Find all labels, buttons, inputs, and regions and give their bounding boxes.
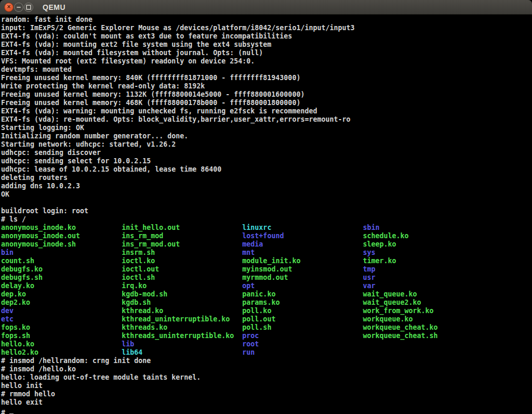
terminal-line: EXT4-fs (vda): couldn't mount as ext3 du… <box>1 32 532 41</box>
terminal-line: debugfs.ko ioctl.out myinsmod.out tmp <box>1 265 532 274</box>
minimize-button[interactable] <box>14 3 23 12</box>
text-segment: deleting routers <box>1 174 68 182</box>
text-segment: Starting logging: OK <box>1 124 84 132</box>
text-segment: ioctl.sh <box>122 274 242 281</box>
terminal-line: # insmod /hello.ko <box>1 365 532 373</box>
text-segment: anonymous_inode.out <box>1 232 122 240</box>
text-segment: workqueue_cheat.ko <box>363 324 438 331</box>
text-segment: EXT4-fs (vda): re-mounted. Opts: block_v… <box>1 115 350 123</box>
text-segment: random: fast init done <box>1 16 92 23</box>
terminal-line: Initializing random number generator... … <box>1 132 532 140</box>
terminal-line: # insmod /hellrandom: crng init done <box>1 357 532 365</box>
terminal-line: EXT4-fs (vda): mounted filesystem withou… <box>1 49 532 57</box>
text-segment: mnt <box>242 249 363 256</box>
text-segment: Freeing unused kernel memory: 468K (ffff… <box>1 99 300 107</box>
text-segment: ioctl.out <box>122 265 242 273</box>
terminal-line: fops.sh kthreads_uninterruptible.ko proc… <box>1 332 532 340</box>
text-segment: workqueue.ko <box>363 315 413 323</box>
text-segment: hello exit <box>1 398 43 406</box>
text-segment: anonymous_inode.sh <box>1 240 122 248</box>
text-segment: # rmmod hello <box>1 390 55 398</box>
terminal-cursor <box>9 407 14 414</box>
terminal-line: count.sh ioctl.ko module_init.ko timer.k… <box>1 257 532 265</box>
text-segment: kgdb-mod.sh <box>122 290 242 298</box>
terminal-line: etc kthread_uninterruptible.ko poll.out … <box>1 315 532 324</box>
text-segment: fops.sh <box>1 332 122 340</box>
terminal-line: bin insrm.sh mnt sys <box>1 249 532 257</box>
terminal-line: hello.ko lib root <box>1 340 532 348</box>
terminal-line: dep.ko kgdb-mod.sh panic.ko wait_queue.k… <box>1 290 532 299</box>
terminal-line: # rmmod hello <box>1 390 532 398</box>
text-segment: var <box>363 282 376 290</box>
text-segment: debugfs.ko <box>1 265 122 273</box>
text-segment: etc <box>1 315 122 323</box>
text-segment: insrm.sh <box>122 249 242 256</box>
text-segment: anonymous_inode.ko <box>1 224 122 231</box>
terminal-line: EXT4-fs (vda): warning: mounting uncheck… <box>1 107 532 115</box>
terminal-line: # <box>1 407 532 414</box>
text-segment: poll.out <box>242 315 363 323</box>
terminal-line: hello: loading out-of-tree module taints… <box>1 373 532 382</box>
text-segment: udhcpc: sending select for 10.0.2.15 <box>1 157 151 165</box>
text-segment: hello.ko <box>1 340 122 348</box>
terminal-line: adding dns 10.0.2.3 <box>1 182 532 190</box>
text-segment: kthread_uninterruptible.ko <box>122 315 242 323</box>
terminal-line: fops.ko kthreads.ko poll.sh workqueue_ch… <box>1 324 532 332</box>
text-segment: OK <box>1 190 9 198</box>
text-segment: buildroot login: root <box>1 207 88 215</box>
close-button[interactable]: × <box>4 3 14 12</box>
text-segment: EXT4-fs (vda): warning: mounting uncheck… <box>1 107 317 115</box>
terminal-line: udhcpc: sending select for 10.0.2.15 <box>1 157 532 165</box>
text-segment: sbin <box>363 224 380 231</box>
text-segment: init_hello.out <box>122 224 242 231</box>
text-segment: ins_rm_mod.out <box>122 240 242 248</box>
text-segment: ioctl.ko <box>122 257 242 265</box>
text-segment: myinsmod.out <box>242 265 363 273</box>
text-segment: panic.ko <box>242 290 363 298</box>
terminal-line: delay.ko irq.ko opt var <box>1 282 532 290</box>
text-segment: kthreads_uninterruptible.ko <box>122 332 242 340</box>
close-icon: × <box>7 4 10 10</box>
text-segment: hello: loading out-of-tree module taints… <box>1 373 201 381</box>
text-segment: fops.ko <box>1 324 122 331</box>
text-segment: usr <box>363 274 376 281</box>
terminal-line: dev kthread.ko poll.ko work_from_work.ko <box>1 307 532 315</box>
terminal-line: anonymous_inode.ko init_hello.out linuxr… <box>1 224 532 232</box>
text-segment: media <box>242 240 363 248</box>
text-segment: Write protecting the kernel read-only da… <box>1 82 205 90</box>
terminal-line: udhcpc: sending discover <box>1 149 532 157</box>
terminal-line: Freeing unused kernel memory: 840K (ffff… <box>1 74 532 82</box>
text-segment: poll.sh <box>242 324 363 331</box>
text-segment: Freeing unused kernel memory: 1132K (fff… <box>1 90 304 98</box>
terminal-line: udhcpc: lease of 10.0.2.15 obtained, lea… <box>1 165 532 174</box>
text-segment: sys <box>363 249 376 256</box>
text-segment: delay.ko <box>1 282 122 290</box>
terminal-line: debugfs.sh ioctl.sh myrmmod.out usr <box>1 274 532 282</box>
qemu-console[interactable]: random: fast init doneinput: ImExPS/2 Ge… <box>0 15 532 414</box>
text-segment: input: ImExPS/2 Generic Explorer Mouse a… <box>1 24 354 32</box>
terminal-line: devtmpfs: mounted <box>1 66 532 74</box>
text-segment: bin <box>1 249 122 256</box>
text-segment: module_init.ko <box>242 257 363 265</box>
terminal-line <box>1 199 532 207</box>
text-segment: dep.ko <box>1 290 122 298</box>
terminal-line: buildroot login: root <box>1 207 532 215</box>
terminal-line: dep2.ko kgdb.sh params.ko wait_queue2.ko <box>1 299 532 307</box>
text-segment: hello init <box>1 382 43 390</box>
terminal-line: Write protecting the kernel read-only da… <box>1 82 532 90</box>
text-segment: udhcpc: lease of 10.0.2.15 obtained, lea… <box>1 165 221 173</box>
text-segment: myrmmod.out <box>242 274 363 281</box>
terminal-line: EXT4-fs (vda): mounting ext2 file system… <box>1 41 532 49</box>
text-segment: # <box>1 409 9 414</box>
text-segment: opt <box>242 282 363 290</box>
text-segment: # ls / <box>1 215 26 223</box>
text-segment: hello2.ko <box>1 348 122 356</box>
terminal-line: hello init <box>1 382 532 390</box>
text-segment: # insmod /hellrandom: crng init done <box>1 357 151 365</box>
maximize-button[interactable] <box>24 3 33 12</box>
text-segment: kgdb.sh <box>122 299 242 306</box>
text-segment: lib <box>122 340 242 348</box>
text-segment: adding dns 10.0.2.3 <box>1 182 80 190</box>
text-segment: dev <box>1 307 122 315</box>
text-segment: kthreads.ko <box>122 324 242 331</box>
